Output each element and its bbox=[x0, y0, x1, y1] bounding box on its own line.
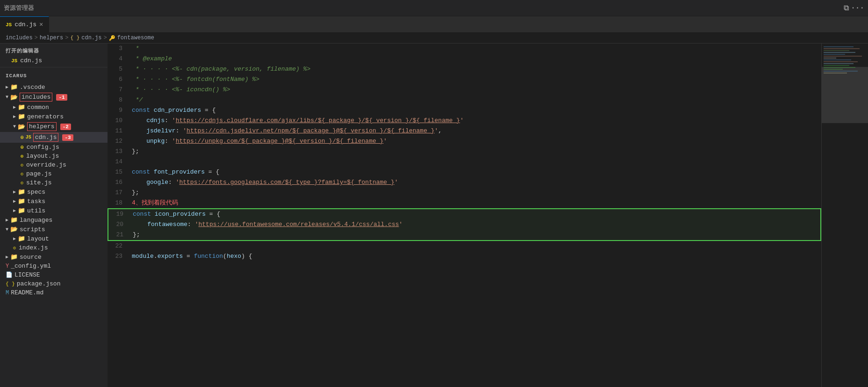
code-line-15: 15 const font_providers = { bbox=[108, 167, 821, 177]
folder-icon-common: 📁 bbox=[18, 103, 25, 111]
code-content-22 bbox=[130, 241, 821, 251]
editor-area: 3 * 4 * @example 5 * · · · · <%- cdn(pac… bbox=[108, 44, 868, 387]
json-icon-package: { } bbox=[6, 281, 15, 287]
line-number-9: 9 bbox=[108, 105, 130, 116]
sidebar-item-readme[interactable]: M README.md bbox=[0, 288, 108, 297]
line-number-12: 12 bbox=[108, 136, 130, 146]
breadcrumb-cdn-js[interactable]: cdn.js bbox=[81, 35, 101, 41]
sidebar-item-label-config-js: config.js bbox=[27, 144, 59, 151]
code-content-20: fontawesome: 'https://use.fontawesome.co… bbox=[131, 219, 820, 230]
sidebar-item-label-override-js: override.js bbox=[26, 161, 66, 168]
arrow-icon-includes: ▼ bbox=[6, 95, 8, 100]
open-editor-cdn-js[interactable]: JS cdn.js bbox=[0, 56, 108, 65]
sidebar-item-tasks[interactable]: ▶ 📁 tasks bbox=[0, 197, 108, 206]
sidebar-item-label-license: LICENSE bbox=[14, 271, 40, 278]
code-content-7: * · · · · <%- iconcdn() %> bbox=[130, 85, 821, 95]
open-editor-label: cdn.js bbox=[20, 57, 42, 64]
tab-label: cdn.js bbox=[14, 21, 36, 28]
code-content-12: unpkg: 'https://unpkg.com/${ package }@$… bbox=[130, 136, 821, 146]
folder-icon-utils: 📁 bbox=[18, 207, 25, 214]
sidebar-item-scripts[interactable]: ▼ 📂 scripts bbox=[0, 225, 108, 234]
includes-label-bordered: includes bbox=[20, 93, 52, 102]
sidebar-item-vscode[interactable]: ▶ 📁 .vscode bbox=[0, 82, 108, 92]
arrow-icon-generators: ▶ bbox=[13, 114, 16, 119]
more-options-icon[interactable]: ··· bbox=[851, 4, 864, 13]
sidebar-item-layout[interactable]: ▶ 📁 layout bbox=[0, 234, 108, 243]
js-icon-page: ⊙ bbox=[21, 171, 23, 177]
line-number-4: 4 bbox=[108, 54, 130, 64]
resource-manager-label: 资源管理器 bbox=[4, 4, 34, 12]
sidebar-item-common[interactable]: ▶ 📁 common bbox=[0, 102, 108, 112]
sidebar-item-label-layout-js: layout.js bbox=[26, 153, 59, 160]
line-number-3: 3 bbox=[108, 44, 130, 54]
folder-icon-scripts: 📂 bbox=[10, 226, 18, 233]
arrow-icon-scripts: ▼ bbox=[6, 227, 8, 232]
code-line-14: 14 bbox=[108, 157, 821, 167]
sidebar-item-package-json[interactable]: { } package.json bbox=[0, 279, 108, 288]
sidebar-item-specs[interactable]: ▶ 📁 specs bbox=[0, 187, 108, 197]
sidebar-item-label-generators: generators bbox=[27, 113, 64, 120]
sidebar-divider bbox=[0, 67, 108, 67]
line-number-11: 11 bbox=[108, 126, 130, 136]
folder-icon-languages: 📁 bbox=[10, 216, 18, 224]
sidebar-item-includes[interactable]: ▼ 📂 includes -1 bbox=[0, 92, 108, 102]
line-number-5: 5 bbox=[108, 64, 130, 74]
sidebar-item-page-js[interactable]: ⊙ page.js bbox=[0, 169, 108, 178]
code-line-6: 6 * · · · · <%- fontcdn(fontName) %> bbox=[108, 74, 821, 85]
open-editors-section: 打开的编辑器 bbox=[0, 44, 108, 56]
code-container: 3 * 4 * @example 5 * · · · · <%- cdn(pac… bbox=[108, 44, 821, 262]
tab-close-icon[interactable]: × bbox=[39, 21, 43, 29]
sidebar-item-helpers[interactable]: ▼ 📂 helpers -2 bbox=[0, 121, 108, 132]
breadcrumb-helpers[interactable]: helpers bbox=[40, 35, 63, 41]
code-line-5: 5 * · · · · <%- cdn(package, version, fi… bbox=[108, 64, 821, 74]
breadcrumb-includes[interactable]: includes bbox=[6, 35, 33, 41]
code-content-11: jsdelivr: 'https://cdn.jsdelivr.net/npm/… bbox=[130, 126, 821, 136]
code-line-20: 20 fontawesome: 'https://use.fontawesome… bbox=[108, 219, 820, 230]
yaml-icon-config: Y bbox=[6, 263, 9, 270]
sidebar-item-license[interactable]: 📄 LICENSE bbox=[0, 270, 108, 279]
sidebar-item-label-specs: specs bbox=[27, 189, 45, 196]
line-number-16: 16 bbox=[108, 177, 130, 188]
sidebar-item-layout-js[interactable]: ⊙ layout.js bbox=[0, 152, 108, 161]
sidebar-item-generators[interactable]: ▶ 📁 generators bbox=[0, 112, 108, 121]
code-content-6: * · · · · <%- fontcdn(fontName) %> bbox=[130, 74, 821, 85]
folder-icon-source: 📁 bbox=[10, 253, 18, 261]
tab-cdn-js[interactable]: JS cdn.js × bbox=[0, 16, 49, 32]
sidebar-item-site-js[interactable]: ⊙ site.js bbox=[0, 178, 108, 187]
arrow-icon-source: ▶ bbox=[6, 254, 8, 260]
sidebar-item-config-yml[interactable]: Y _config.yml bbox=[0, 262, 108, 270]
sidebar-item-label-source: source bbox=[20, 254, 42, 261]
sidebar-item-override-js[interactable]: ⊙ override.js bbox=[0, 161, 108, 169]
line-number-17: 17 bbox=[108, 188, 130, 198]
code-content-23: module.exports = function(hexo) { bbox=[130, 251, 821, 262]
sidebar-item-label-common: common bbox=[27, 104, 49, 111]
breadcrumb-fontawesome[interactable]: fontawesome bbox=[117, 35, 154, 41]
code-content-21: }; bbox=[131, 230, 820, 240]
sidebar-item-config-js[interactable]: ⊙ config.js bbox=[0, 143, 108, 152]
sidebar-item-source[interactable]: ▶ 📁 source bbox=[0, 252, 108, 262]
code-line-17: 17 }; bbox=[108, 188, 821, 198]
line-number-14: 14 bbox=[108, 157, 130, 167]
arrow-icon-languages: ▶ bbox=[6, 217, 8, 223]
sidebar-item-index-js[interactable]: ⊙ index.js bbox=[0, 243, 108, 252]
arrow-icon-tasks: ▶ bbox=[13, 198, 16, 204]
breadcrumb-key-icon: 🔑 bbox=[109, 35, 115, 41]
sidebar-item-label-utils: utils bbox=[27, 207, 45, 214]
split-editor-icon[interactable]: ⧉ bbox=[844, 4, 849, 13]
sidebar-item-utils[interactable]: ▶ 📁 utils bbox=[0, 206, 108, 215]
js-icon-cdn2: JS bbox=[26, 135, 31, 140]
folder-icon-vscode: 📁 bbox=[10, 83, 18, 91]
minimap-content bbox=[822, 44, 868, 76]
sidebar-item-label-config-yml: _config.yml bbox=[11, 263, 51, 270]
breadcrumb-fn-icon: { } bbox=[70, 35, 79, 41]
sidebar-item-cdn-js[interactable]: ⊙ JS cdn.js -3 bbox=[0, 132, 108, 143]
code-line-12: 12 unpkg: 'https://unpkg.com/${ package … bbox=[108, 136, 821, 146]
code-line-13: 13 }; bbox=[108, 146, 821, 157]
sidebar-item-label-site-js: site.js bbox=[26, 179, 52, 186]
editor-main[interactable]: 3 * 4 * @example 5 * · · · · <%- cdn(pac… bbox=[108, 44, 821, 387]
sidebar-item-label-readme: README.md bbox=[11, 289, 43, 296]
md-icon-readme: M bbox=[6, 290, 9, 296]
code-content-18: 4、找到着段代码 bbox=[130, 198, 821, 208]
line-number-13: 13 bbox=[108, 146, 130, 157]
sidebar-item-languages[interactable]: ▶ 📁 languages bbox=[0, 215, 108, 225]
